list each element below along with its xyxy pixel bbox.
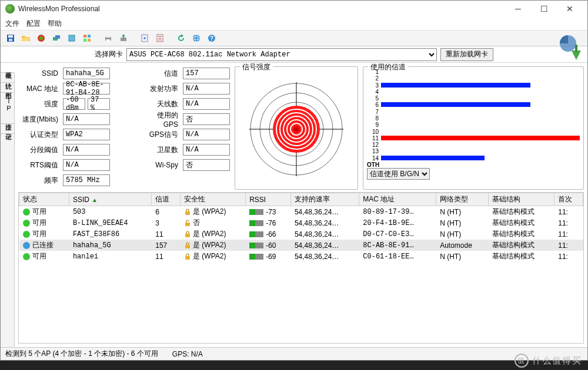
record-icon[interactable] bbox=[35, 32, 48, 45]
adapter-row: 选择网卡 ASUS PCE-AC68 802.11ac Network Adap… bbox=[1, 46, 587, 63]
antenna-value: N/A bbox=[183, 98, 230, 110]
col-channel[interactable]: 信道 bbox=[152, 193, 181, 206]
minimize-button[interactable]: ─ bbox=[505, 1, 531, 17]
tab-log[interactable]: 记录 bbox=[1, 124, 14, 134]
app-logo-icon bbox=[559, 34, 584, 60]
svg-rect-41 bbox=[185, 223, 190, 226]
txpower-value: N/A bbox=[183, 83, 230, 95]
status-ap-count: 检测到 5 个AP (4 个加密 - 1 个未加密) - 6 个可用 bbox=[5, 349, 158, 359]
svg-point-21 bbox=[193, 35, 200, 42]
export-icon[interactable] bbox=[117, 32, 130, 45]
svg-rect-2 bbox=[9, 39, 12, 41]
app-icon bbox=[5, 4, 15, 14]
tool2-icon[interactable] bbox=[65, 32, 78, 45]
svg-rect-8 bbox=[83, 35, 86, 38]
save-icon[interactable] bbox=[4, 32, 17, 45]
maximize-button[interactable]: ☐ bbox=[531, 1, 557, 17]
detail-fields: SSID hahaha_5G 信道 157 MAC 地址 8C-AB-8E-91… bbox=[18, 66, 230, 190]
watermark-icon: 值 bbox=[514, 354, 529, 368]
svg-point-4 bbox=[39, 36, 43, 40]
col-infra[interactable]: 基础结构 bbox=[489, 193, 554, 206]
col-security[interactable]: 安全性 bbox=[180, 193, 245, 206]
signal-title: 信号强度 bbox=[240, 63, 273, 72]
antenna-label: 天线数 bbox=[148, 97, 181, 111]
table-row[interactable]: 可用FAST_E38F8611是 (WPA2)-6654,48,36,24…D0… bbox=[19, 228, 583, 240]
lock-icon bbox=[184, 242, 191, 249]
table-row[interactable]: 可用B-LINK_9EEAE43否-7654,48,36,24…20-F4-1B… bbox=[19, 217, 583, 228]
col-rates[interactable]: 支持的速率 bbox=[290, 193, 359, 206]
gps-label: 使用的GPS bbox=[148, 112, 181, 126]
close-button[interactable]: ✕ bbox=[557, 1, 583, 17]
reload-adapter-button[interactable]: 重新加载网卡 bbox=[440, 48, 493, 61]
col-network[interactable]: 网络类型 bbox=[436, 193, 489, 206]
svg-rect-13 bbox=[106, 35, 110, 38]
txpower-label: 发射功率 bbox=[148, 82, 181, 96]
freq-value: 5785 MHz bbox=[63, 174, 110, 186]
table-row[interactable]: 可用5036是 (WPA2)-7354,48,36,24…80-89-17-39… bbox=[19, 206, 583, 218]
signal-radar bbox=[246, 79, 346, 179]
sat-label: 卫星数 bbox=[148, 143, 181, 157]
tab-ip[interactable]: IP 连接 bbox=[1, 93, 14, 124]
refresh-icon[interactable] bbox=[175, 32, 188, 45]
channel-mode-select[interactable]: 信道使用 B/G/N bbox=[367, 168, 430, 180]
frag-label: 分段阈值 bbox=[18, 143, 61, 157]
open-icon[interactable] bbox=[19, 32, 32, 45]
auth-label: 认证类型 bbox=[18, 127, 61, 142]
gpssig-label: GPS信号 bbox=[148, 127, 181, 142]
list-icon[interactable] bbox=[153, 32, 166, 45]
tab-stats[interactable]: 统计 bbox=[1, 73, 14, 83]
lock-icon bbox=[184, 220, 191, 227]
svg-text:?: ? bbox=[210, 35, 213, 42]
help-icon[interactable]: ? bbox=[205, 32, 218, 45]
wispy-value: 否 bbox=[183, 159, 230, 171]
svg-rect-7 bbox=[69, 35, 75, 41]
menu-config[interactable]: 配置 bbox=[26, 19, 41, 29]
strength-label: 强度 bbox=[18, 97, 61, 111]
svg-rect-1 bbox=[8, 35, 13, 38]
mac-label: MAC 地址 bbox=[18, 82, 61, 96]
globe-icon[interactable] bbox=[190, 32, 203, 45]
rssi-bar-icon bbox=[249, 209, 263, 215]
sort-asc-icon: ▲ bbox=[92, 197, 98, 203]
auth-value: WPA2 bbox=[63, 129, 110, 140]
rssi-bar-icon bbox=[249, 220, 263, 226]
print-icon[interactable] bbox=[102, 32, 115, 45]
tab-summary[interactable]: 概要 bbox=[1, 63, 15, 73]
lock-icon bbox=[184, 253, 191, 260]
col-mac[interactable]: MAC 地址 bbox=[359, 193, 436, 206]
rssi-bar-icon bbox=[249, 243, 263, 248]
side-tabs: 概要 统计 图形 IP 连接 记录 bbox=[1, 63, 15, 347]
status-dot-icon bbox=[23, 231, 30, 238]
ap-table[interactable]: 状态 SSID▲ 信道 安全性 RSSI 支持的速率 MAC 地址 网络类型 基… bbox=[18, 192, 584, 344]
svg-rect-6 bbox=[55, 35, 60, 39]
svg-point-39 bbox=[293, 126, 299, 132]
svg-rect-40 bbox=[185, 211, 190, 215]
lock-icon bbox=[184, 208, 191, 216]
menu-file[interactable]: 文件 bbox=[5, 19, 19, 29]
freq-label: 频率 bbox=[18, 173, 61, 187]
col-rssi[interactable]: RSSI bbox=[246, 193, 291, 206]
svg-rect-42 bbox=[185, 234, 190, 237]
col-ssid[interactable]: SSID▲ bbox=[69, 193, 151, 206]
statusbar: 检测到 5 个AP (4 个加密 - 1 个未加密) - 6 个可用 GPS: … bbox=[1, 347, 587, 360]
settings-icon[interactable] bbox=[138, 32, 151, 45]
strength-pct: 37 % bbox=[88, 98, 110, 110]
col-status[interactable]: 状态 bbox=[19, 193, 69, 206]
svg-rect-43 bbox=[185, 245, 190, 248]
table-row[interactable]: 可用hanlei11是 (WPA2)-6954,48,36,24…C0-61-1… bbox=[19, 251, 583, 262]
window-title: WirelessMon Professional bbox=[18, 5, 100, 13]
tool1-icon[interactable] bbox=[50, 32, 63, 45]
status-dot-icon bbox=[23, 220, 30, 227]
col-first[interactable]: 首次 bbox=[554, 193, 583, 206]
status-dot-icon bbox=[23, 208, 30, 216]
frag-value: N/A bbox=[63, 144, 110, 156]
rssi-bar-icon bbox=[249, 254, 263, 260]
tab-graph[interactable]: 图形 bbox=[1, 83, 14, 93]
tool3-icon[interactable] bbox=[81, 32, 93, 45]
rssi-bar-icon bbox=[249, 231, 263, 237]
gps-value: 否 bbox=[183, 113, 230, 125]
adapter-select[interactable]: ASUS PCE-AC68 802.11ac Network Adapter bbox=[126, 48, 437, 61]
table-row[interactable]: 已连接hahaha_5G157是 (WPA2)-6054,48,36,24…8C… bbox=[19, 240, 583, 251]
svg-rect-11 bbox=[88, 39, 91, 42]
menu-help[interactable]: 帮助 bbox=[48, 19, 62, 29]
